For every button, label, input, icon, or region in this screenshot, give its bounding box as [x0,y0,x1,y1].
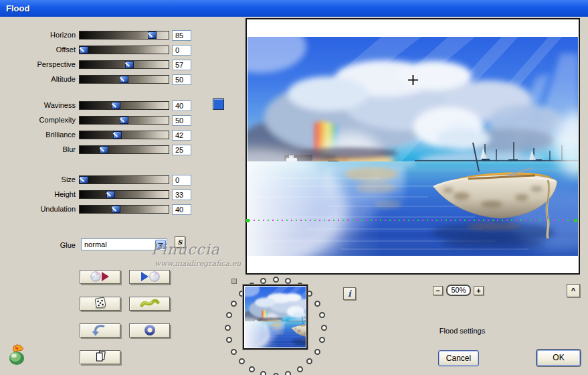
offset-slider-thumb[interactable] [80,46,88,54]
height-slider-track[interactable] [79,190,169,199]
blur-slider-thumb[interactable] [100,146,108,153]
complexity-label: Complexity [0,116,76,125]
ring-button[interactable] [129,323,170,338]
status-text: Flood settings [432,327,492,335]
size-slider-track[interactable] [79,175,169,184]
altitude-slider-thumb[interactable] [120,76,128,83]
complexity-value-box[interactable]: 50 [172,115,191,126]
undulation-slider-thumb[interactable] [112,206,120,213]
perspective-slider-thumb[interactable] [125,61,134,68]
copy-icon [90,350,110,364]
memory-dot[interactable] [297,366,303,372]
memory-dot[interactable] [314,301,320,307]
horizon-value-box[interactable]: 85 [172,30,191,41]
waviness-slider-thumb[interactable] [112,102,120,109]
watermark-site: www.maidiregrafica.eu [155,259,241,268]
waterline-left-handle[interactable] [246,219,250,222]
zoom-out-button[interactable]: − [433,286,443,295]
scroll-up-button[interactable]: ^ [567,284,580,297]
size-value-box[interactable]: 0 [172,175,191,185]
horizon-label: Horizon [0,31,76,40]
memory-dot[interactable] [319,312,325,318]
complexity-slider-track[interactable] [79,116,169,125]
cd-open-button[interactable] [80,270,120,284]
waterline-right-handle[interactable] [574,219,577,222]
ring-icon [140,324,160,338]
undulation-label: Undulation [0,205,76,214]
glue-label: Glue [0,241,76,249]
altitude-label: Altitude [0,75,76,84]
waviness-label: Waviness [0,101,76,110]
memory-dial-handle[interactable] [231,279,237,284]
info-button[interactable]: i [343,287,356,300]
offset-value-box[interactable]: 0 [172,45,191,56]
cd-open-icon [90,271,110,284]
memory-dot[interactable] [306,358,312,364]
script-button[interactable]: s [175,236,185,248]
undulation-slider-track[interactable] [79,205,169,214]
memory-dot[interactable] [226,337,232,343]
memory-dot[interactable] [314,349,320,355]
dice-button[interactable] [80,297,120,311]
memory-dot[interactable] [231,301,237,307]
altitude-value-box[interactable]: 50 [172,74,191,85]
waviness-slider-track[interactable] [79,101,169,110]
waterline-selection-marquee [249,220,575,221]
memory-dot[interactable] [285,278,291,284]
flaming-pear-logo-icon[interactable] [7,343,28,367]
memory-dot[interactable] [273,277,279,283]
window-title: Flood [6,3,29,13]
memory-dot[interactable] [321,325,327,331]
thumbnail-image [245,287,306,348]
height-slider-thumb[interactable] [106,191,115,198]
water-color-swatch[interactable] [213,98,224,110]
blur-slider-track[interactable] [79,145,169,154]
wave-icon [140,297,160,311]
complexity-slider-thumb[interactable] [120,117,128,124]
perspective-value-box[interactable]: 57 [172,60,191,70]
offset-label: Offset [0,46,76,54]
cancel-button[interactable]: Cancel [438,350,479,366]
memory-dot[interactable] [239,358,245,364]
blur-value-box[interactable]: 25 [172,145,191,155]
horizon-slider-thumb[interactable] [148,31,157,39]
memory-dot[interactable] [260,371,266,375]
perspective-slider-track[interactable] [79,60,169,69]
altitude-slider-track[interactable] [79,75,169,84]
waviness-value-box[interactable]: 40 [172,100,191,111]
memory-dot[interactable] [260,278,266,284]
memory-dot[interactable] [319,337,325,343]
copy-button[interactable] [80,350,120,364]
glue-selected-value: normal [84,240,107,248]
glue-dropdown[interactable]: normal [81,238,167,250]
title-bar[interactable]: Flood [0,0,588,17]
size-slider-thumb[interactable] [80,176,88,183]
chevron-down-icon[interactable] [155,240,166,249]
ok-button[interactable]: OK [536,350,581,366]
cd-save-button[interactable] [129,270,170,284]
flood-dialog: Flood Horizon85Offset0Perspective57Altit… [0,0,588,375]
cd-save-icon [140,271,160,284]
undo-icon [90,323,110,338]
memory-dot[interactable] [285,371,291,375]
wave-button[interactable] [129,297,170,311]
brilliance-label: Brilliance [0,131,76,139]
preview-thumbnail[interactable] [243,285,308,350]
memory-dot[interactable] [226,312,232,318]
height-label: Height [0,190,76,199]
zoom-in-button[interactable]: + [474,286,484,295]
brilliance-slider-track[interactable] [79,131,169,139]
height-value-box[interactable]: 33 [172,190,191,200]
undo-button[interactable] [80,323,120,338]
memory-dot[interactable] [249,366,255,372]
zoom-level[interactable]: 50% [446,285,471,296]
offset-slider-track[interactable] [79,46,169,54]
brilliance-value-box[interactable]: 42 [172,130,191,141]
perspective-label: Perspective [0,60,76,69]
brilliance-slider-thumb[interactable] [113,131,122,139]
undulation-value-box[interactable]: 40 [172,204,191,215]
memory-dot[interactable] [225,325,231,331]
memory-dot[interactable] [231,349,237,355]
preview-image[interactable] [248,37,578,256]
horizon-slider-track[interactable] [79,31,169,40]
